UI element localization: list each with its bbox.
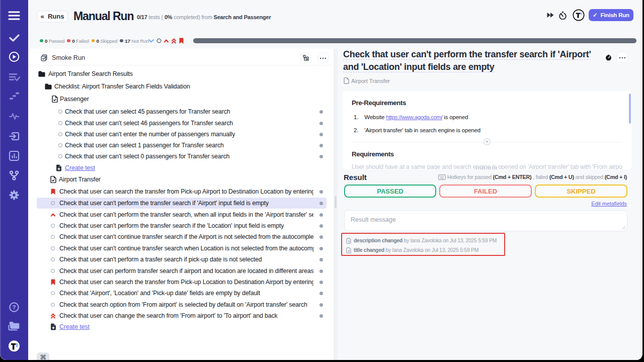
svg-text:?: ? <box>12 304 16 310</box>
